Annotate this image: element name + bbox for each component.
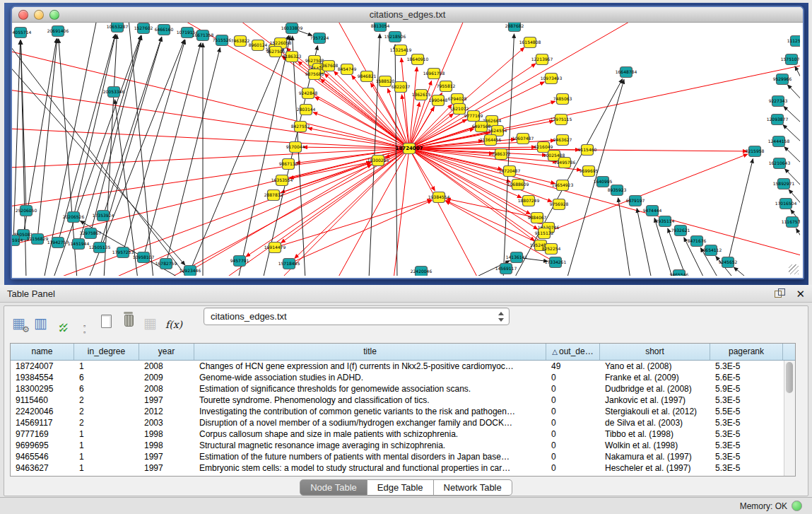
table-row[interactable]: 1938455462009Genome-wide association stu…	[11, 372, 784, 383]
float-panel-icon[interactable]	[775, 288, 786, 298]
graph-node[interactable]: 9846821	[358, 71, 377, 82]
graph-node[interactable]: 6794028	[448, 94, 467, 105]
table-row[interactable]: 946554611997Estimation of the future num…	[11, 451, 784, 462]
table-scrollbar[interactable]	[784, 361, 795, 476]
network-window-titlebar[interactable]: citations_edges.txt	[12, 7, 803, 23]
column-header-in_degree[interactable]: in_degree	[74, 344, 139, 360]
graph-node[interactable]: 2803144	[297, 105, 316, 115]
resize-grip-icon[interactable]	[789, 264, 799, 274]
table-row[interactable]: 977716911998Corpus callosum shape and si…	[11, 428, 784, 440]
graph-node[interactable]: 1112504	[787, 36, 800, 47]
graph-node[interactable]: 8935923	[608, 185, 627, 196]
network-canvas[interactable]: 2405571420691406106532871527602646616010…	[12, 23, 800, 276]
graph-node[interactable]: 9699695	[579, 166, 599, 177]
table-row[interactable]: 911546021997Tourette syndrome. Phenomeno…	[11, 395, 784, 406]
graph-node[interactable]: 12923446	[180, 266, 201, 276]
graph-node[interactable]: 11167531	[782, 217, 800, 228]
row-options-icon[interactable]	[76, 321, 93, 339]
graph-node[interactable]: 7485063	[553, 94, 572, 105]
graph-node[interactable]: 9884067	[528, 213, 547, 223]
show-columns-icon[interactable]	[32, 315, 49, 332]
graph-node[interactable]: 9465546	[670, 270, 689, 276]
graph-node[interactable]: 9227343	[769, 96, 788, 107]
table-row[interactable]: 1830029562008Estimation of significance …	[11, 383, 784, 395]
graph-node[interactable]: 17334261	[545, 257, 567, 268]
graph-node[interactable]: 9457791	[230, 256, 249, 267]
graph-node[interactable]: 17016504	[775, 199, 797, 209]
graph-node[interactable]: 9463627	[553, 135, 572, 146]
graph-node[interactable]: 7986372	[492, 149, 511, 160]
tab-edge-table[interactable]: Edge Table	[367, 479, 434, 496]
table-row[interactable]: 1872400712008Changes of HCN gene express…	[11, 361, 784, 372]
column-header-title[interactable]: title	[194, 344, 546, 360]
graph-node[interactable]: 22420046	[411, 267, 433, 276]
table-row[interactable]: 1456911722003Disruption of a novel membe…	[11, 417, 784, 428]
minimize-window-icon[interactable]	[34, 10, 44, 20]
graph-node[interactable]: 9867130	[279, 159, 298, 170]
graph-node[interactable]: 18807249	[518, 196, 540, 206]
graph-node[interactable]: 15218506	[384, 32, 406, 42]
graph-node[interactable]: 7357224	[310, 33, 329, 44]
table-row[interactable]: 969969511998Structural magnetic resonanc…	[11, 440, 784, 451]
graph-node[interactable]: 17957253	[112, 247, 134, 258]
graph-node[interactable]: 7463822	[231, 36, 250, 47]
graph-node[interactable]: 12213967	[531, 54, 553, 65]
graph-node[interactable]: 24055714	[12, 28, 31, 38]
graph-node[interactable]: 7932621	[671, 226, 690, 236]
graph-node[interactable]: 6879197	[626, 196, 645, 206]
graph-node[interactable]: 19654923	[552, 180, 574, 191]
graph-node[interactable]: 9115460	[578, 145, 597, 156]
graph-node[interactable]: 11451944	[68, 239, 90, 250]
new-table-icon[interactable]	[98, 313, 115, 330]
graph-node[interactable]: 12505135	[89, 243, 111, 253]
column-header-out_de[interactable]: △out_de…	[546, 344, 600, 360]
table-row[interactable]: 2242004622012Investigating the contribut…	[11, 406, 784, 417]
graph-node[interactable]: 8454749	[338, 64, 357, 75]
function-builder-icon[interactable]: f(x)	[163, 316, 184, 334]
graph-node[interactable]: 10654112	[700, 245, 722, 256]
graph-node[interactable]: 6466160	[155, 25, 174, 35]
column-header-year[interactable]: year	[139, 344, 194, 360]
graph-node[interactable]: 20053346	[103, 87, 125, 98]
table-scrollbar-thumb[interactable]	[786, 362, 793, 393]
graph-node[interactable]: 16353554	[271, 175, 293, 186]
graph-node[interactable]: 12975115	[551, 115, 572, 125]
column-header-short[interactable]: short	[600, 344, 710, 360]
graph-node[interactable]: 10653287	[107, 23, 129, 33]
close-window-icon[interactable]	[18, 10, 28, 20]
graph-node[interactable]: 9474444	[643, 206, 662, 216]
graph-node[interactable]: 2887682	[505, 23, 524, 32]
graph-node[interactable]: 25206050	[16, 206, 37, 216]
tab-node-table[interactable]: Node Table	[300, 479, 367, 496]
graph-node[interactable]: 9242848	[299, 88, 318, 99]
graph-node[interactable]: 12093877	[767, 115, 789, 125]
graph-node[interactable]: 16648784	[616, 67, 637, 78]
tab-network-table[interactable]: Network Table	[434, 479, 512, 496]
graph-node[interactable]: 8427552	[291, 122, 310, 132]
maximize-window-icon[interactable]	[49, 10, 59, 20]
graph-node[interactable]: 18720487	[499, 166, 521, 177]
graph-node[interactable]: 7515526	[213, 35, 232, 46]
graph-node[interactable]: 15751074	[781, 54, 800, 65]
graph-node[interactable]: 12444158	[768, 136, 790, 147]
table-selector-dropdown[interactable]: citations_edges.txt	[204, 308, 510, 325]
select-attributes-icon[interactable]	[54, 320, 71, 337]
column-header-name[interactable]: name	[11, 344, 74, 360]
graph-node[interactable]: 9245652	[719, 257, 738, 268]
graph-node[interactable]: 1640995	[594, 177, 613, 187]
graph-node[interactable]: 16961758	[423, 69, 445, 79]
graph-node[interactable]: 16914479	[264, 243, 286, 253]
graph-node[interactable]: 8471676	[688, 236, 707, 247]
graph-node[interactable]: 16154808	[519, 37, 541, 48]
graph-node[interactable]: 15892971	[773, 179, 795, 189]
graph-node[interactable]: 7955812	[437, 81, 456, 92]
graph-node[interactable]: 2887832	[264, 190, 283, 201]
graph-node[interactable]: 1527602	[134, 23, 153, 34]
graph-node[interactable]: 10688609	[507, 180, 529, 190]
graph-node[interactable]: 2935114	[656, 216, 675, 227]
graph-node[interactable]: 14569117	[495, 264, 517, 274]
graph-node[interactable]: 16210643	[769, 158, 791, 169]
delete-table-icon[interactable]	[119, 310, 137, 328]
graph-node[interactable]: 8813054	[371, 23, 390, 32]
table-settings-icon[interactable]	[10, 315, 28, 332]
